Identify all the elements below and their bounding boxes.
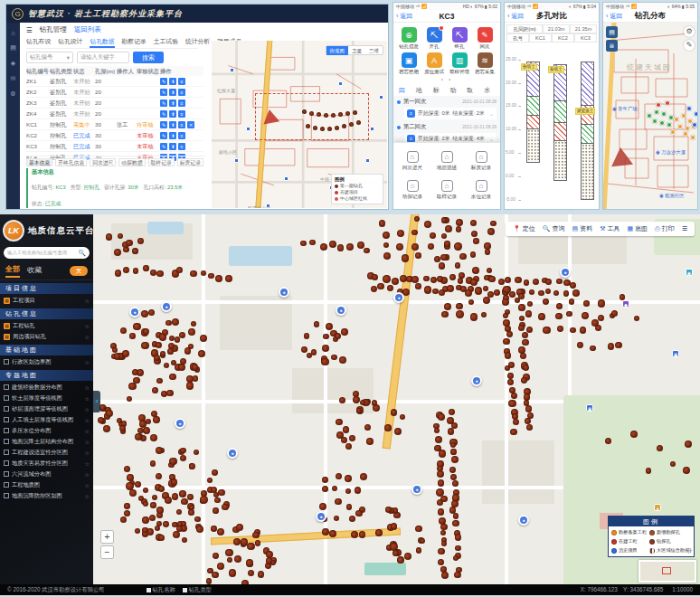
borehole-dot[interactable]: [317, 112, 321, 117]
strata-segment[interactable]: [526, 116, 540, 130]
borehole-dot[interactable]: [570, 327, 576, 334]
borehole-dot[interactable]: [156, 507, 164, 514]
borehole-dot[interactable]: [455, 534, 462, 541]
borehole-dot[interactable]: [366, 438, 373, 444]
borehole-dot[interactable]: [411, 243, 419, 251]
borehole-dot[interactable]: [397, 230, 404, 237]
borehole-status-dot[interactable]: [656, 102, 661, 108]
borehole-dot[interactable]: [383, 242, 389, 248]
borehole-dot[interactable]: [234, 555, 241, 563]
borehole-dot[interactable]: [326, 323, 333, 330]
layer-item[interactable]: 地质灾害易发性分区图☆: [0, 458, 93, 469]
borehole-dot[interactable]: [437, 499, 443, 506]
borehole-dot[interactable]: [397, 556, 404, 564]
borehole-dot[interactable]: [454, 572, 461, 579]
table-row[interactable]: KC3控制孔已完成30未审核✎⬆≡: [26, 141, 203, 152]
borehole-dot[interactable]: [342, 124, 346, 128]
borehole-dot[interactable]: [509, 291, 516, 298]
detail-tab[interactable]: 取样记录: [148, 158, 175, 166]
borehole-dot[interactable]: [396, 243, 403, 251]
borehole-dot[interactable]: [313, 126, 317, 130]
project-marker[interactable]: ●: [411, 484, 422, 495]
borehole-dot[interactable]: [449, 274, 456, 280]
strata-segment[interactable]: [581, 125, 594, 144]
borehole-dot[interactable]: [329, 530, 336, 537]
borehole-dot[interactable]: [475, 287, 482, 294]
borehole-dot[interactable]: [215, 275, 222, 282]
borehole-dot[interactable]: [444, 303, 451, 310]
borehole-dot[interactable]: [415, 252, 421, 259]
borehole-dot[interactable]: [324, 113, 328, 118]
favorite-star-icon[interactable]: ☆: [85, 406, 90, 412]
borehole-dot[interactable]: [156, 342, 163, 349]
menu-icon[interactable]: ☰: [26, 26, 33, 34]
favorite-star-icon[interactable]: ☆: [85, 450, 90, 456]
borehole-dot[interactable]: [415, 526, 421, 532]
borehole-dot[interactable]: [156, 270, 163, 277]
borehole-dot[interactable]: [307, 353, 312, 358]
borehole-dot[interactable]: [470, 279, 478, 286]
borehole-dot[interactable]: [503, 338, 509, 345]
borehole-dot[interactable]: [179, 490, 186, 498]
borehole-dot[interactable]: [563, 290, 570, 297]
borehole-dot[interactable]: [522, 339, 529, 346]
strata-segment[interactable]: [581, 144, 594, 200]
borehole-dot[interactable]: [518, 325, 525, 331]
borehole-dot[interactable]: [473, 238, 479, 244]
borehole-dot[interactable]: [383, 275, 390, 282]
module-tab[interactable]: 钻孔布设: [26, 36, 51, 48]
detail-tab[interactable]: 基本信息: [26, 158, 52, 166]
borehole-dot[interactable]: [154, 355, 160, 361]
action-button[interactable]: ✎: [160, 121, 167, 128]
borehole-dot[interactable]: [133, 268, 138, 273]
toolbar-item[interactable]: ⎙打印: [655, 224, 675, 233]
borehole-dot[interactable]: [375, 529, 382, 535]
borehole-dot[interactable]: [143, 488, 148, 493]
borehole-status-dot[interactable]: [674, 117, 679, 122]
borehole-dot[interactable]: [452, 480, 459, 488]
borehole-dot[interactable]: [345, 111, 350, 116]
borehole-dot[interactable]: [543, 298, 549, 305]
borehole-dot[interactable]: [402, 254, 409, 261]
borehole-dot[interactable]: [180, 448, 185, 453]
borehole-dot[interactable]: [143, 501, 148, 507]
favorite-star-icon[interactable]: ☆: [85, 417, 90, 423]
borehole-dot[interactable]: [331, 113, 336, 118]
borehole-dot[interactable]: [527, 301, 533, 307]
borehole-dot[interactable]: [494, 289, 500, 296]
favorite-star-icon[interactable]: ☆: [85, 359, 90, 365]
borehole-dot[interactable]: [439, 289, 445, 296]
action-button[interactable]: ≡: [178, 78, 185, 85]
back-button[interactable]: ‹ 返回: [507, 12, 524, 21]
project-marker[interactable]: ●: [560, 267, 571, 278]
borehole-dot[interactable]: [120, 516, 127, 523]
back-button[interactable]: ‹ 返回: [606, 12, 622, 21]
borehole-dot[interactable]: [137, 238, 144, 244]
borehole-status-dot[interactable]: [667, 122, 672, 128]
table-row[interactable]: KC2控制孔已完成30未审核✎⬆≡: [26, 130, 203, 141]
borehole-dot[interactable]: [519, 316, 525, 321]
borehole-dot[interactable]: [525, 310, 533, 317]
project-marker[interactable]: ●: [336, 305, 346, 316]
borehole-dot[interactable]: [336, 419, 342, 425]
borehole-dot[interactable]: [505, 277, 511, 283]
borehole-status-dot[interactable]: [690, 135, 695, 140]
borehole-dot[interactable]: [394, 428, 402, 435]
borehole-dot[interactable]: [120, 327, 127, 334]
borehole-dot[interactable]: [335, 333, 341, 339]
layer-item[interactable]: 建筑经验数据分布图☆: [0, 382, 93, 393]
borehole-dot[interactable]: [543, 327, 550, 334]
project-icon[interactable]: ▤: [10, 44, 16, 52]
borehole-dot[interactable]: [447, 285, 454, 292]
borehole-dot[interactable]: [439, 450, 446, 457]
borehole-dot[interactable]: [670, 461, 676, 467]
action-button[interactable]: ⬆: [169, 132, 176, 139]
borehole-dot[interactable]: [319, 503, 326, 510]
borehole-dot[interactable]: [346, 243, 354, 251]
borehole-status-dot[interactable]: [677, 124, 683, 129]
project-marker[interactable]: ●: [279, 287, 289, 298]
borehole-dot[interactable]: [456, 226, 461, 232]
borehole-dot[interactable]: [191, 321, 196, 327]
app-shortcut[interactable]: ▣岩芯照相: [397, 52, 421, 75]
layer-item[interactable]: 地面沉降土层结构分布图☆: [0, 436, 93, 447]
